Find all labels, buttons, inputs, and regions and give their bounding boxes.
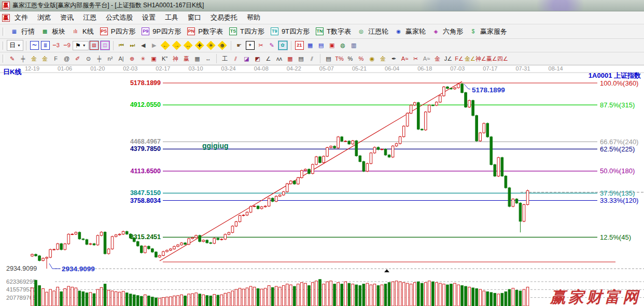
hexagon-button[interactable]: ◈六角形 bbox=[428, 26, 466, 37]
fan-rays-icon[interactable]: ⫽ bbox=[231, 54, 240, 63]
menu-item-5[interactable]: 设置 bbox=[137, 12, 160, 23]
quotes-button[interactable]: ▦行情 bbox=[7, 26, 37, 37]
wheel-star-icon[interactable]: ✳ bbox=[138, 54, 147, 63]
last-page-icon[interactable]: ⏭ bbox=[128, 41, 137, 50]
compress-chart-icon[interactable]: ◫ bbox=[101, 41, 109, 50]
ying-angle-icon[interactable]: 赢∠ bbox=[487, 54, 496, 63]
crosshair-icon[interactable]: + bbox=[246, 41, 255, 50]
menu-item-6[interactable]: 工具 bbox=[160, 12, 183, 23]
zigzag-icon[interactable]: ʌʌ bbox=[275, 54, 284, 63]
smart-analysis-icon[interactable]: ✿ bbox=[278, 41, 287, 50]
9t-square-button[interactable]: T99T四方形 bbox=[267, 26, 312, 37]
f-angle-icon[interactable]: F∠ bbox=[455, 54, 464, 63]
draw-pen-icon[interactable]: ✎ bbox=[8, 54, 17, 63]
zoom-fit-icon[interactable]: ⊕ bbox=[218, 41, 227, 50]
ying-tool-icon[interactable]: 赢 bbox=[182, 54, 191, 63]
parallel-lines-icon[interactable]: ⫽ bbox=[307, 54, 316, 63]
shen-angle-icon[interactable]: 神∠ bbox=[477, 54, 485, 63]
gann-overlay-icon[interactable]: ▨ bbox=[90, 41, 99, 50]
calendar-icon[interactable]: 21 bbox=[295, 41, 304, 50]
t-square-button[interactable]: TST四方形 bbox=[226, 26, 267, 37]
gold-underline-icon[interactable]: 金 bbox=[433, 54, 442, 63]
period-selector[interactable]: 日▼ bbox=[7, 40, 23, 51]
wave-a2-icon[interactable]: A≈ bbox=[422, 54, 431, 63]
menu-item-0[interactable]: 文件 bbox=[10, 12, 33, 23]
gold-angle-icon[interactable]: 金∠ bbox=[466, 54, 474, 63]
calculator-icon[interactable]: ▦ bbox=[306, 41, 315, 50]
drag-hand-icon[interactable]: ☛ bbox=[235, 41, 244, 50]
draw-brush-icon[interactable]: ✐ bbox=[73, 54, 82, 63]
gann-lines-icon[interactable]: ╪ bbox=[19, 54, 27, 63]
gold-lines2-icon[interactable]: 金 bbox=[40, 54, 49, 63]
kline9-icon[interactable]: ┉9 bbox=[63, 41, 72, 50]
window-titlebar[interactable]: 赢 赢家江恩专业版[赢家内部服务平台] - [上证指数 SH1A0001-167… bbox=[0, 0, 644, 11]
f10-info-icon[interactable]: ≣ bbox=[41, 41, 50, 50]
gold-circle-icon[interactable]: ◉ bbox=[368, 54, 376, 63]
k-quote-icon[interactable]: K" bbox=[160, 54, 169, 63]
menu-item-9[interactable]: 帮助 bbox=[242, 12, 265, 23]
p-number-button[interactable]: PNP数字表 bbox=[184, 26, 226, 37]
shen-tool-icon[interactable]: 神 bbox=[171, 54, 180, 63]
chart-area[interactable]: 12-1901-0601-2002-0302-1703-1003-2404-08… bbox=[0, 65, 644, 306]
kline3-icon[interactable]: ┉3 bbox=[52, 41, 61, 50]
first-page-icon[interactable]: ⏮ bbox=[117, 41, 126, 50]
wave-a-icon[interactable]: A≈ bbox=[400, 54, 409, 63]
pen-book-icon[interactable]: ✒ bbox=[389, 54, 398, 63]
percent-icon[interactable]: % bbox=[346, 54, 355, 63]
winner-service-button[interactable]: $赢家服务 bbox=[466, 26, 510, 37]
gold-levels-icon[interactable]: 金 bbox=[379, 54, 387, 63]
next-page-icon[interactable]: ▶ bbox=[150, 41, 159, 50]
n2-icon[interactable]: n² bbox=[106, 54, 115, 63]
pan-left-icon[interactable]: ← bbox=[161, 41, 170, 50]
9p-square-button[interactable]: P99P四方形 bbox=[138, 26, 184, 37]
red-grid-icon[interactable]: ▦ bbox=[286, 54, 295, 63]
menu-item-2[interactable]: 资讯 bbox=[55, 12, 78, 23]
fan-box-icon[interactable]: ◪ bbox=[242, 54, 251, 63]
p-square-button[interactable]: PSP四方形 bbox=[96, 26, 138, 37]
f-lines-icon[interactable]: F bbox=[51, 54, 60, 63]
angle-measure-icon[interactable]: A| bbox=[117, 54, 125, 63]
web-export-icon[interactable]: ◍ bbox=[339, 41, 347, 50]
time-cycle-icon[interactable]: ⊙ bbox=[84, 54, 93, 63]
percent-levels-icon[interactable]: % bbox=[357, 54, 366, 63]
gann-wheel-button[interactable]: ◎江恩轮 bbox=[354, 26, 391, 37]
knife-icon[interactable]: ✂ bbox=[411, 54, 420, 63]
circle-cross-icon[interactable]: ⊕ bbox=[128, 54, 136, 63]
pan-right-icon[interactable]: → bbox=[172, 41, 181, 50]
price-scale-icon[interactable]: ▤ bbox=[324, 54, 333, 63]
four-angle-icon[interactable]: 四∠ bbox=[498, 54, 507, 63]
grid-123-icon[interactable]: ▦ bbox=[193, 54, 202, 63]
spiral-icon[interactable]: @ bbox=[62, 54, 71, 63]
span-arrows-icon[interactable]: ↔ bbox=[204, 54, 213, 63]
edit-note-icon[interactable]: ✎ bbox=[268, 41, 276, 50]
winner-wheel-button[interactable]: ◉赢家轮 bbox=[391, 26, 428, 37]
menu-item-8[interactable]: 交易委托 bbox=[206, 12, 242, 23]
percent-line-icon[interactable]: T% bbox=[335, 54, 344, 63]
intraday-icon[interactable]: 〜 bbox=[30, 41, 39, 50]
flag-marker-icon[interactable]: ⚑▼ bbox=[73, 41, 89, 50]
zoom-in-icon[interactable]: ✚ bbox=[195, 41, 204, 50]
menu-item-3[interactable]: 江恩 bbox=[78, 12, 101, 23]
save-icon[interactable]: ▣ bbox=[328, 41, 337, 50]
sectors-button[interactable]: ▩板块 bbox=[37, 26, 68, 37]
fan-box2-icon[interactable]: ◩ bbox=[253, 54, 262, 63]
prev-page-icon[interactable]: ◀ bbox=[139, 41, 148, 50]
zoom-h-icon[interactable]: ↔ bbox=[184, 41, 193, 50]
print-icon[interactable]: ▥ bbox=[349, 41, 358, 50]
kline-chart-svg[interactable]: 12-1901-0601-2002-0302-1703-1003-2404-08… bbox=[0, 65, 644, 306]
measure-icon[interactable]: ✂ bbox=[257, 41, 265, 50]
notepad-icon[interactable]: ▤ bbox=[317, 41, 326, 50]
square-wheel-icon[interactable]: ▣ bbox=[149, 54, 158, 63]
menu-item-4[interactable]: 公式选股 bbox=[101, 12, 137, 23]
gold-lines-icon[interactable]: 金 bbox=[30, 54, 38, 63]
menu-item-1[interactable]: 浏览 bbox=[33, 12, 55, 23]
zoom-all-icon[interactable]: ✳ bbox=[206, 41, 216, 50]
kline-button[interactable]: ılıK线 bbox=[68, 26, 96, 37]
j-angle-icon[interactable]: J∠ bbox=[444, 54, 453, 63]
grid-arrow-icon[interactable]: ▤ bbox=[297, 54, 305, 63]
angles-icon[interactable]: ∠ bbox=[264, 54, 273, 63]
gann-box-icon[interactable]: 工 bbox=[220, 54, 229, 63]
menu-item-7[interactable]: 窗口 bbox=[183, 12, 206, 23]
hash-lines-icon[interactable]: ╪ bbox=[95, 54, 104, 63]
t-number-button[interactable]: TNT数字表 bbox=[312, 26, 354, 37]
